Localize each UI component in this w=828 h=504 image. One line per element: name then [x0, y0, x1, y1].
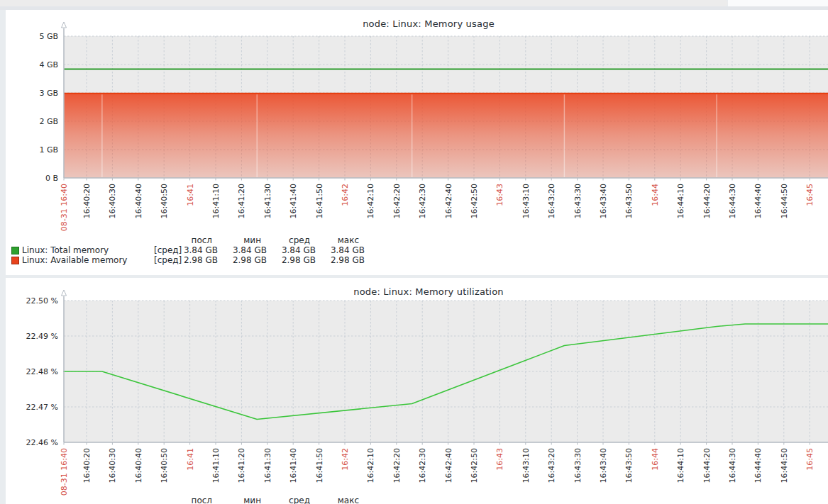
- x-tick-label: 16:44:10: [676, 184, 685, 218]
- y-tick-label: 2 GB: [39, 117, 58, 126]
- memory-usage-title: node: Linux: Memory usage: [6, 18, 828, 29]
- x-tick-label: 16:42:50: [470, 448, 479, 483]
- x-tick-label: 16:45: [805, 448, 815, 471]
- y-tick-label: 1 GB: [39, 145, 58, 155]
- x-tick-label: 16:44:20: [702, 184, 712, 218]
- x-tick-label: 16:42:50: [470, 184, 479, 218]
- x-tick-label: 16:44:50: [780, 184, 789, 218]
- x-tick-label: 16:40:30: [108, 448, 117, 483]
- y-tick-label: 22.49 %: [26, 332, 58, 341]
- x-tick-label: 16:40:40: [134, 448, 143, 483]
- x-tick-label: 16:42:40: [444, 184, 453, 218]
- x-tick-label: 16:41:30: [263, 448, 272, 483]
- x-tick-label: 16:44:40: [754, 184, 763, 218]
- x-tick-label: 16:41:30: [263, 184, 272, 218]
- y-tick-label: 4 GB: [39, 60, 58, 69]
- x-tick-label: 16:42:20: [392, 448, 402, 483]
- x-tick-label: 16:41:20: [237, 184, 246, 218]
- x-tick-label: 16:40:30: [108, 184, 117, 218]
- y-tick-label: 22.46 %: [26, 438, 58, 447]
- x-tick-label: 16:43:20: [547, 184, 556, 218]
- x-tick-label: 16:41:40: [289, 448, 298, 483]
- x-tick-label: 16:43:30: [573, 184, 583, 218]
- x-tick-label: 16:41:10: [211, 184, 221, 218]
- x-tick-label: 16:43:40: [599, 184, 608, 218]
- x-tick-label: 16:43:30: [573, 448, 583, 483]
- x-tick-label: 16:43:40: [599, 448, 608, 483]
- memory-usage-graph[interactable]: 5 GB4 GB3 GB2 GB1 GB0 B08-31 16:4016:40:…: [6, 10, 828, 275]
- y-tick-label: 3 GB: [39, 89, 58, 98]
- x-tick-label: 16:40:20: [82, 184, 92, 218]
- x-tick-label: 16:44:50: [780, 448, 789, 483]
- x-tick-label: 16:40:40: [134, 184, 143, 218]
- x-tick-label: 16:42:30: [418, 184, 427, 218]
- x-tick-label: 16:40:50: [160, 448, 169, 483]
- x-tick-label: 16:44: [651, 448, 660, 471]
- top-bar-right: [728, 0, 828, 6]
- x-tick-label: 16:41:20: [237, 448, 246, 483]
- memory-utilization-title: node: Linux: Memory utilization: [6, 286, 828, 297]
- y-tick-label: 0 B: [45, 174, 58, 183]
- y-tick-label: 5 GB: [39, 32, 58, 41]
- x-tick-label: 16:42: [341, 184, 350, 206]
- x-tick-label: 16:43:10: [521, 448, 531, 483]
- x-tick-label: 16:43: [495, 448, 504, 471]
- x-tick-label: 16:41:50: [315, 184, 324, 218]
- x-tick-label: 16:41:50: [315, 448, 324, 483]
- x-tick-label: 16:43:50: [624, 184, 634, 218]
- x-tick-label: 16:42:20: [392, 184, 402, 218]
- x-tick-label: 16:42:30: [418, 448, 427, 483]
- x-tick-label: 16:41:40: [289, 184, 298, 218]
- y-tick-label: 22.48 %: [26, 367, 58, 376]
- x-tick-label: 16:41:10: [211, 448, 221, 483]
- x-tick-label: 16:44:30: [728, 448, 737, 483]
- x-tick-label: 16:42:10: [366, 448, 375, 483]
- x-tick-label: 16:45: [805, 184, 815, 206]
- x-tick-label: 16:41: [186, 448, 195, 471]
- y-tick-label: 22.47 %: [26, 403, 58, 412]
- x-tick-label: 16:43:10: [521, 184, 531, 218]
- memory-utilization-graph[interactable]: 22.50 %22.49 %22.48 %22.47 %22.46 %08-31…: [6, 278, 828, 504]
- x-tick-label: 16:40:20: [82, 448, 92, 483]
- memory-utilization-widget: 22.50 %22.49 %22.48 %22.47 %22.46 %08-31…: [6, 278, 828, 504]
- x-tick-label: 16:44:20: [702, 448, 712, 483]
- x-tick-label: 16:41: [186, 184, 195, 206]
- x-tick-label: 16:43:50: [624, 448, 634, 483]
- x-tick-label: 16:44: [651, 184, 660, 206]
- memory-usage-widget: 5 GB4 GB3 GB2 GB1 GB0 B08-31 16:4016:40:…: [6, 10, 828, 275]
- series-area: [64, 94, 828, 178]
- x-tick-label: 16:44:30: [728, 184, 737, 218]
- x-tick-label: 16:40:50: [160, 184, 169, 218]
- horizontal-scrollbar[interactable]: [0, 0, 728, 6]
- x-tick-label: 16:44:10: [676, 448, 685, 483]
- x-tick-label: 16:43:20: [547, 448, 556, 483]
- x-tick-label: 16:44:40: [754, 448, 763, 483]
- x-tick-label: 16:42: [341, 448, 350, 471]
- x-tick-label: 16:42:10: [366, 184, 375, 218]
- x-tick-label: 08-31 16:40: [60, 184, 69, 231]
- x-tick-label: 08-31 16:40: [60, 448, 69, 495]
- x-tick-label: 16:43: [495, 184, 504, 206]
- x-tick-label: 16:42:40: [444, 448, 453, 483]
- y-tick-label: 22.50 %: [26, 296, 58, 306]
